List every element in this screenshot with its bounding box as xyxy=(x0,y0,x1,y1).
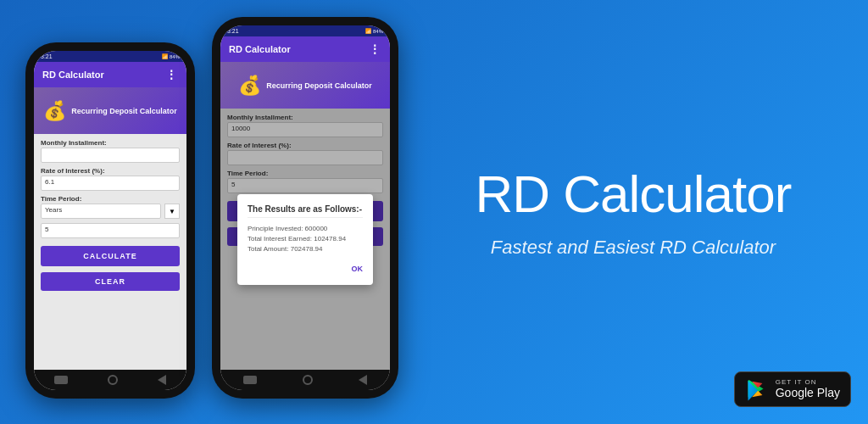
time-period-select[interactable]: Years xyxy=(41,204,161,219)
right-phone: 3:21 📶 84% RD Calculator ⋮ 💰 Recurring D… xyxy=(212,17,398,399)
right-phone-screen: 3:21 📶 84% RD Calculator ⋮ 💰 Recurring D… xyxy=(220,25,390,390)
play-get-it-label: GET IT ON xyxy=(776,378,840,386)
status-bar-left: 3:21 📶 84% xyxy=(34,51,186,62)
monthly-input-left[interactable] xyxy=(41,148,180,163)
dialog-line3: Total Amount: 702478.94 xyxy=(248,245,363,253)
dialog-ok-button[interactable]: OK xyxy=(352,265,364,273)
app-title-large: RD Calculator xyxy=(476,165,792,223)
time-period-row: Years ▼ xyxy=(41,204,180,219)
nav-bar-right xyxy=(220,370,390,390)
app-subtitle: Fastest and Easiest RD Calculator xyxy=(491,237,776,259)
banner-text-right: Recurring Deposit Calculator xyxy=(266,81,372,90)
time-period-field-left: Time Period: Years ▼ xyxy=(41,195,180,219)
dialog-ok-area: OK xyxy=(248,259,363,275)
results-dialog: The Results are as Follows:- Principle I… xyxy=(237,194,373,285)
right-panel: RD Calculator Fastest and Easiest RD Cal… xyxy=(398,148,868,276)
monthly-label-left: Monthly Installment: xyxy=(41,139,180,163)
status-icons-right: 📶 84% xyxy=(365,28,383,34)
dialog-overlay: The Results are as Follows:- Principle I… xyxy=(220,109,390,370)
dialog-line2: Total Interest Earned: 102478.94 xyxy=(248,235,363,243)
left-phone: 3:21 📶 84% RD Calculator ⋮ 💰 Recurring D… xyxy=(25,42,195,399)
app-bar-left: RD Calculator ⋮ xyxy=(34,62,186,87)
nav-recent-left[interactable] xyxy=(158,375,166,385)
rate-field-left: Rate of Interest (%): 6.1 xyxy=(41,167,180,191)
nav-home-left[interactable] xyxy=(108,375,118,385)
more-options-icon[interactable]: ⋮ xyxy=(165,68,178,81)
app-title-left: RD Calculator xyxy=(42,70,104,80)
nav-recent-right[interactable] xyxy=(359,375,367,385)
app-title-right: RD Calculator xyxy=(229,44,291,54)
time-value-input[interactable]: 5 xyxy=(41,223,180,238)
play-badge[interactable]: GET IT ON Google Play xyxy=(734,371,851,407)
banner-right: 💰 Recurring Deposit Calculator xyxy=(220,62,390,109)
nav-back-left[interactable] xyxy=(54,376,68,384)
nav-home-right[interactable] xyxy=(303,375,313,385)
app-bar-right: RD Calculator ⋮ xyxy=(220,36,390,62)
play-store-name-label: Google Play xyxy=(776,386,840,400)
banner-left: 💰 Recurring Deposit Calculator xyxy=(34,87,186,134)
status-icons-left: 📶 84% xyxy=(162,53,180,59)
nav-back-right[interactable] xyxy=(243,376,257,384)
bag-icon: 💰 xyxy=(43,100,66,122)
banner-text-left: Recurring Deposit Calculator xyxy=(71,107,177,115)
play-store-icon xyxy=(745,377,769,401)
time-value-field: 5 xyxy=(41,223,180,238)
time-left: 3:21 xyxy=(41,53,53,59)
select-arrow-icon[interactable]: ▼ xyxy=(164,204,180,219)
bag-icon-right: 💰 xyxy=(238,75,261,97)
rate-input-left[interactable]: 6.1 xyxy=(41,176,180,191)
play-text-group: GET IT ON Google Play xyxy=(776,378,840,400)
more-options-right-icon[interactable]: ⋮ xyxy=(369,42,381,56)
form-area-left: Monthly Installment: Rate of Interest (%… xyxy=(34,134,186,370)
status-bar-right: 3:21 📶 84% xyxy=(220,25,390,36)
calculate-button-left[interactable]: CALCULATE xyxy=(41,246,180,266)
nav-bar-left xyxy=(34,370,186,390)
dialog-title: The Results are as Follows:- xyxy=(248,204,363,218)
form-area-right: Monthly Installment: 10000 Rate of Inter… xyxy=(220,109,390,370)
time-right: 3:21 xyxy=(227,28,239,34)
left-phone-screen: 3:21 📶 84% RD Calculator ⋮ 💰 Recurring D… xyxy=(34,51,186,390)
clear-button-left[interactable]: CLEAR xyxy=(41,272,180,291)
dialog-line1: Principle Invested: 600000 xyxy=(248,225,363,232)
